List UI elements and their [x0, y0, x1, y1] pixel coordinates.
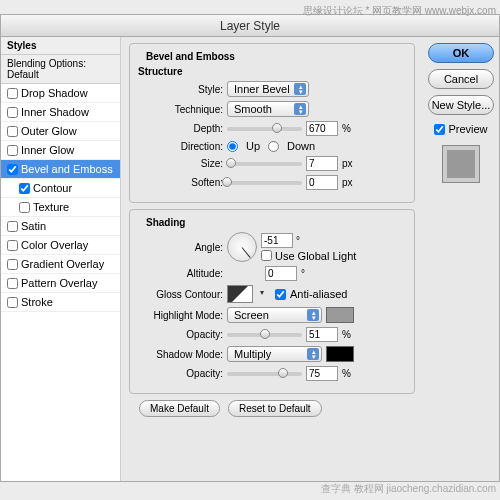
- highlight-opacity-label: Opacity:: [138, 329, 223, 340]
- technique-value: Smooth: [234, 103, 272, 115]
- size-slider[interactable]: [227, 162, 302, 166]
- gradient-overlay-checkbox[interactable]: [7, 259, 18, 270]
- angle-dial[interactable]: [227, 232, 257, 262]
- antialiased-checkbox[interactable]: [275, 289, 286, 300]
- shadow-color-swatch[interactable]: [326, 346, 354, 362]
- reset-default-button[interactable]: Reset to Default: [228, 400, 322, 417]
- up-label: Up: [246, 140, 260, 152]
- color-overlay-checkbox[interactable]: [7, 240, 18, 251]
- drop-shadow-checkbox[interactable]: [7, 88, 18, 99]
- inner-glow-checkbox[interactable]: [7, 145, 18, 156]
- highlight-color-swatch[interactable]: [326, 307, 354, 323]
- bevel-emboss-checkbox[interactable]: [7, 164, 18, 175]
- up-radio[interactable]: [227, 141, 238, 152]
- shadow-opacity-input[interactable]: [306, 366, 338, 381]
- highlight-opacity-slider[interactable]: [227, 333, 302, 337]
- style-bevel-emboss[interactable]: Bevel and Emboss: [1, 160, 120, 179]
- watermark-bottom: 查字典 教程网 jiaocheng.chazidian.com: [317, 478, 500, 500]
- bevel-title: Bevel and Emboss: [142, 51, 239, 62]
- dropdown-arrows-icon: ▴▾: [312, 310, 316, 320]
- style-pattern-overlay[interactable]: Pattern Overlay: [1, 274, 120, 293]
- unit: %: [342, 123, 351, 134]
- dropdown-arrows-icon: ▴▾: [299, 104, 303, 114]
- altitude-input[interactable]: [265, 266, 297, 281]
- bevel-fieldset: Bevel and Emboss Structure Style:Inner B…: [129, 43, 415, 203]
- style-drop-shadow[interactable]: Drop Shadow: [1, 84, 120, 103]
- style-gradient-overlay[interactable]: Gradient Overlay: [1, 255, 120, 274]
- highlight-mode-value: Screen: [234, 309, 269, 321]
- slider-thumb[interactable]: [272, 123, 282, 133]
- gloss-contour-label: Gloss Contour:: [138, 289, 223, 300]
- depth-label: Depth:: [138, 123, 223, 134]
- style-dropdown[interactable]: Inner Bevel▴▾: [227, 81, 309, 97]
- gloss-contour-picker[interactable]: [227, 285, 253, 303]
- soften-input[interactable]: [306, 175, 338, 190]
- style-label: Pattern Overlay: [21, 277, 97, 289]
- style-satin[interactable]: Satin: [1, 217, 120, 236]
- styles-sidebar: Styles Blending Options: Default Drop Sh…: [1, 37, 121, 481]
- angle-input[interactable]: [261, 233, 293, 248]
- outer-glow-checkbox[interactable]: [7, 126, 18, 137]
- soften-label: Soften:: [138, 177, 223, 188]
- satin-checkbox[interactable]: [7, 221, 18, 232]
- style-texture[interactable]: Texture: [1, 198, 120, 217]
- style-inner-shadow[interactable]: Inner Shadow: [1, 103, 120, 122]
- style-label: Outer Glow: [21, 125, 77, 137]
- dropdown-arrows-icon: ▴▾: [312, 349, 316, 359]
- dropdown-arrows-icon: ▴▾: [299, 84, 303, 94]
- style-inner-glow[interactable]: Inner Glow: [1, 141, 120, 160]
- style-value: Inner Bevel: [234, 83, 290, 95]
- technique-label: Technique:: [138, 104, 223, 115]
- watermark-top: 思缘设计论坛 * 网页教学网 www.webjx.com: [299, 0, 500, 22]
- stroke-checkbox[interactable]: [7, 297, 18, 308]
- angle-label: Angle:: [138, 242, 223, 253]
- size-input[interactable]: [306, 156, 338, 171]
- global-light-checkbox[interactable]: [261, 250, 272, 261]
- unit: °: [296, 235, 300, 246]
- right-panel: OK Cancel New Style... Preview: [423, 37, 499, 481]
- highlight-mode-dropdown[interactable]: Screen▴▾: [227, 307, 322, 323]
- style-label: Inner Shadow: [21, 106, 89, 118]
- new-style-button[interactable]: New Style...: [428, 95, 494, 115]
- main-panel: Bevel and Emboss Structure Style:Inner B…: [121, 37, 423, 481]
- down-label: Down: [287, 140, 315, 152]
- altitude-label: Altitude:: [138, 268, 223, 279]
- preview-row: Preview: [434, 123, 487, 135]
- style-stroke[interactable]: Stroke: [1, 293, 120, 312]
- sidebar-header[interactable]: Styles: [1, 37, 120, 55]
- cancel-button[interactable]: Cancel: [428, 69, 494, 89]
- texture-checkbox[interactable]: [19, 202, 30, 213]
- down-radio[interactable]: [268, 141, 279, 152]
- depth-input[interactable]: [306, 121, 338, 136]
- ok-button[interactable]: OK: [428, 43, 494, 63]
- unit: px: [342, 177, 353, 188]
- style-contour[interactable]: Contour: [1, 179, 120, 198]
- contour-checkbox[interactable]: [19, 183, 30, 194]
- blending-options[interactable]: Blending Options: Default: [1, 55, 120, 84]
- slider-thumb[interactable]: [222, 177, 232, 187]
- slider-thumb[interactable]: [260, 329, 270, 339]
- default-buttons-row: Make Default Reset to Default: [129, 400, 415, 417]
- shadow-mode-value: Multiply: [234, 348, 271, 360]
- highlight-opacity-input[interactable]: [306, 327, 338, 342]
- style-color-overlay[interactable]: Color Overlay: [1, 236, 120, 255]
- style-label: Texture: [33, 201, 69, 213]
- dialog-content: Styles Blending Options: Default Drop Sh…: [1, 37, 499, 481]
- style-label: Style:: [138, 84, 223, 95]
- antialiased-label: Anti-aliased: [290, 288, 347, 300]
- depth-slider[interactable]: [227, 127, 302, 131]
- slider-thumb[interactable]: [226, 158, 236, 168]
- slider-thumb[interactable]: [278, 368, 288, 378]
- technique-dropdown[interactable]: Smooth▴▾: [227, 101, 309, 117]
- unit: %: [342, 368, 351, 379]
- shadow-mode-dropdown[interactable]: Multiply▴▾: [227, 346, 322, 362]
- soften-slider[interactable]: [227, 181, 302, 185]
- shadow-mode-label: Shadow Mode:: [138, 349, 223, 360]
- make-default-button[interactable]: Make Default: [139, 400, 220, 417]
- style-outer-glow[interactable]: Outer Glow: [1, 122, 120, 141]
- style-label: Color Overlay: [21, 239, 88, 251]
- pattern-overlay-checkbox[interactable]: [7, 278, 18, 289]
- preview-checkbox[interactable]: [434, 124, 445, 135]
- shadow-opacity-slider[interactable]: [227, 372, 302, 376]
- inner-shadow-checkbox[interactable]: [7, 107, 18, 118]
